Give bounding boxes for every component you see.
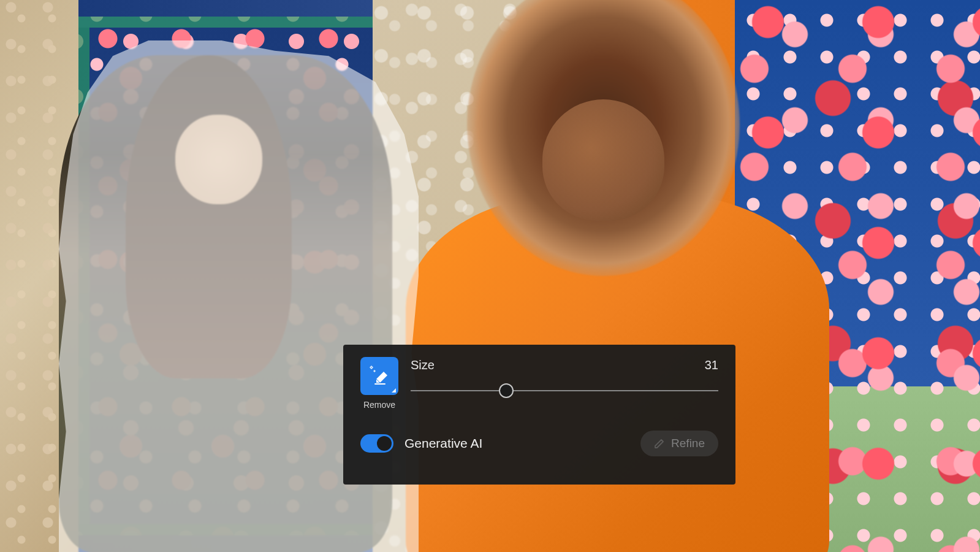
size-slider[interactable] xyxy=(411,383,718,398)
slider-thumb[interactable] xyxy=(499,383,514,398)
generative-ai-label: Generative AI xyxy=(405,436,482,451)
pencil-icon xyxy=(654,438,665,449)
photo-canvas[interactable]: Remove Size 31 Generative AI xyxy=(0,0,980,552)
size-label: Size xyxy=(411,358,435,372)
eraser-sparkle-icon xyxy=(368,364,391,388)
size-value[interactable]: 31 xyxy=(705,358,718,372)
remove-tool-button[interactable] xyxy=(360,357,398,395)
tool-label: Remove xyxy=(363,400,395,410)
refine-label: Refine xyxy=(671,437,705,450)
remove-tool-panel: Remove Size 31 Generative AI xyxy=(343,345,735,485)
removal-brush-area[interactable] xyxy=(59,55,392,552)
refine-button[interactable]: Refine xyxy=(640,431,718,456)
generative-ai-toggle[interactable] xyxy=(360,434,393,453)
size-slider-group: Size 31 xyxy=(411,357,718,398)
